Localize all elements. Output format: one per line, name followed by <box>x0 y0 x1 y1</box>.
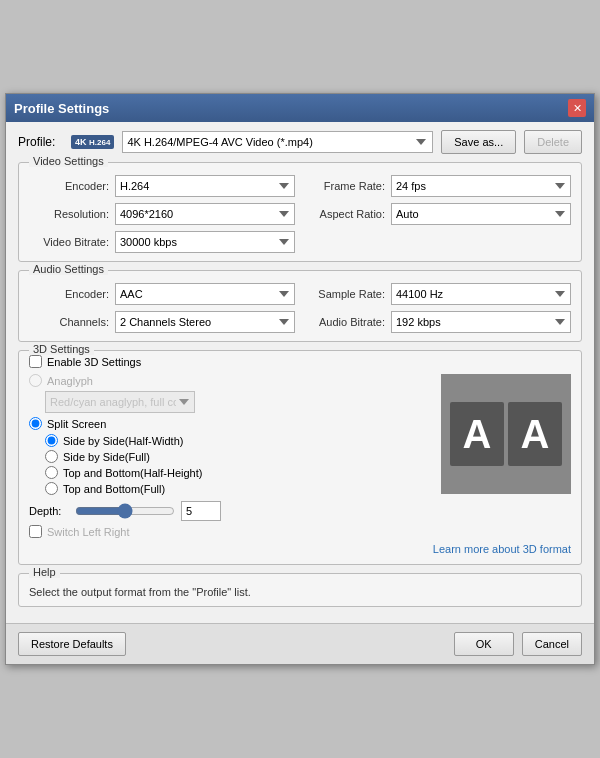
3d-left-panel: Anaglyph Red/cyan anaglyph, full color S… <box>29 374 431 538</box>
3d-settings-title: 3D Settings <box>29 343 94 355</box>
depth-spinbox[interactable] <box>181 501 221 521</box>
aa-left: A <box>450 402 504 466</box>
top-bottom-full-row: Top and Bottom(Full) <box>45 482 431 495</box>
encoder-label: Encoder: <box>29 180 109 192</box>
aa-right: A <box>508 402 562 466</box>
video-settings-section: Video Settings Encoder: H.264 Frame Rate… <box>18 162 582 262</box>
sample-rate-row: Sample Rate: 44100 Hz <box>305 283 571 305</box>
resolution-row: Resolution: 4096*2160 <box>29 203 295 225</box>
profile-label: Profile: <box>18 135 63 149</box>
enable-3d-label[interactable]: Enable 3D Settings <box>47 356 141 368</box>
audio-bitrate-row: Audio Bitrate: 192 kbps <box>305 311 571 333</box>
profile-icon: 4K H.264 <box>71 135 114 149</box>
anaglyph-select-row: Red/cyan anaglyph, full color <box>45 391 431 413</box>
aspect-ratio-label: Aspect Ratio: <box>305 208 385 220</box>
sample-rate-label: Sample Rate: <box>305 288 385 300</box>
video-bitrate-label: Video Bitrate: <box>29 236 109 248</box>
profile-icon-text: 4K <box>75 137 87 147</box>
depth-row: Depth: <box>29 501 431 521</box>
restore-defaults-button[interactable]: Restore Defaults <box>18 632 126 656</box>
ok-button[interactable]: OK <box>454 632 514 656</box>
aspect-ratio-dropdown[interactable]: Auto <box>391 203 571 225</box>
channels-dropdown[interactable]: 2 Channels Stereo <box>115 311 295 333</box>
split-screen-radio[interactable] <box>29 417 42 430</box>
footer-right: OK Cancel <box>454 632 582 656</box>
audio-bitrate-dropdown[interactable]: 192 kbps <box>391 311 571 333</box>
side-by-side-full-label[interactable]: Side by Side(Full) <box>63 451 150 463</box>
channels-label: Channels: <box>29 316 109 328</box>
learn-more-row: Learn more about 3D format <box>29 542 571 556</box>
aspect-ratio-row: Aspect Ratio: Auto <box>305 203 571 225</box>
anaglyph-radio[interactable] <box>29 374 42 387</box>
side-by-side-full-radio[interactable] <box>45 450 58 463</box>
audio-settings-grid: Encoder: AAC Sample Rate: 44100 Hz Chann… <box>29 283 571 333</box>
audio-encoder-row: Encoder: AAC <box>29 283 295 305</box>
aa-preview: A A <box>450 402 562 466</box>
audio-bitrate-label: Audio Bitrate: <box>305 316 385 328</box>
delete-button[interactable]: Delete <box>524 130 582 154</box>
enable-3d-row: Enable 3D Settings <box>29 355 571 368</box>
encoder-dropdown[interactable]: H.264 <box>115 175 295 197</box>
top-bottom-full-label[interactable]: Top and Bottom(Full) <box>63 483 165 495</box>
audio-encoder-label: Encoder: <box>29 288 109 300</box>
profile-dropdown[interactable]: 4K H.264/MPEG-4 AVC Video (*.mp4) <box>122 131 433 153</box>
switch-left-right-row: Switch Left Right <box>29 525 431 538</box>
frame-rate-label: Frame Rate: <box>305 180 385 192</box>
save-as-button[interactable]: Save as... <box>441 130 516 154</box>
help-section: Help Select the output format from the "… <box>18 573 582 607</box>
top-bottom-half-label[interactable]: Top and Bottom(Half-Height) <box>63 467 202 479</box>
channels-row: Channels: 2 Channels Stereo <box>29 311 295 333</box>
top-bottom-full-radio[interactable] <box>45 482 58 495</box>
anaglyph-label[interactable]: Anaglyph <box>47 375 93 387</box>
sample-rate-dropdown[interactable]: 44100 Hz <box>391 283 571 305</box>
learn-more-link[interactable]: Learn more about 3D format <box>433 543 571 555</box>
enable-3d-checkbox[interactable] <box>29 355 42 368</box>
title-bar: Profile Settings ✕ <box>6 94 594 122</box>
depth-label: Depth: <box>29 505 69 517</box>
profile-settings-dialog: Profile Settings ✕ Profile: 4K H.264 4K … <box>5 93 595 665</box>
profile-row: Profile: 4K H.264 4K H.264/MPEG-4 AVC Vi… <box>18 130 582 154</box>
audio-settings-section: Audio Settings Encoder: AAC Sample Rate:… <box>18 270 582 342</box>
split-screen-row: Split Screen <box>29 417 431 430</box>
switch-left-right-checkbox[interactable] <box>29 525 42 538</box>
top-bottom-half-radio[interactable] <box>45 466 58 479</box>
side-by-side-full-row: Side by Side(Full) <box>45 450 431 463</box>
dialog-title: Profile Settings <box>14 101 109 116</box>
resolution-label: Resolution: <box>29 208 109 220</box>
anaglyph-row: Anaglyph <box>29 374 431 387</box>
side-by-side-half-radio[interactable] <box>45 434 58 447</box>
3d-preview: A A <box>441 374 571 494</box>
footer: Restore Defaults OK Cancel <box>6 623 594 664</box>
split-screen-options: Side by Side(Half-Width) Side by Side(Fu… <box>29 434 431 495</box>
3d-settings-section: 3D Settings Enable 3D Settings Anaglyph … <box>18 350 582 565</box>
help-text: Select the output format from the "Profi… <box>29 586 571 598</box>
audio-settings-title: Audio Settings <box>29 263 108 275</box>
switch-left-right-label[interactable]: Switch Left Right <box>47 526 130 538</box>
side-by-side-half-row: Side by Side(Half-Width) <box>45 434 431 447</box>
video-bitrate-row: Video Bitrate: 30000 kbps <box>29 231 295 253</box>
depth-slider[interactable] <box>75 503 175 519</box>
top-bottom-half-row: Top and Bottom(Half-Height) <box>45 466 431 479</box>
encoder-row: Encoder: H.264 <box>29 175 295 197</box>
video-settings-grid: Encoder: H.264 Frame Rate: 24 fps Resolu… <box>29 175 571 253</box>
resolution-dropdown[interactable]: 4096*2160 <box>115 203 295 225</box>
split-screen-label[interactable]: Split Screen <box>47 418 106 430</box>
cancel-button[interactable]: Cancel <box>522 632 582 656</box>
side-by-side-half-label[interactable]: Side by Side(Half-Width) <box>63 435 183 447</box>
video-settings-title: Video Settings <box>29 155 108 167</box>
help-title: Help <box>29 566 60 578</box>
frame-rate-dropdown[interactable]: 24 fps <box>391 175 571 197</box>
close-button[interactable]: ✕ <box>568 99 586 117</box>
audio-encoder-dropdown[interactable]: AAC <box>115 283 295 305</box>
anaglyph-dropdown[interactable]: Red/cyan anaglyph, full color <box>45 391 195 413</box>
dialog-body: Profile: 4K H.264 4K H.264/MPEG-4 AVC Vi… <box>6 122 594 623</box>
video-bitrate-dropdown[interactable]: 30000 kbps <box>115 231 295 253</box>
frame-rate-row: Frame Rate: 24 fps <box>305 175 571 197</box>
3d-content: Anaglyph Red/cyan anaglyph, full color S… <box>29 374 571 538</box>
profile-icon-sub: H.264 <box>89 138 110 147</box>
